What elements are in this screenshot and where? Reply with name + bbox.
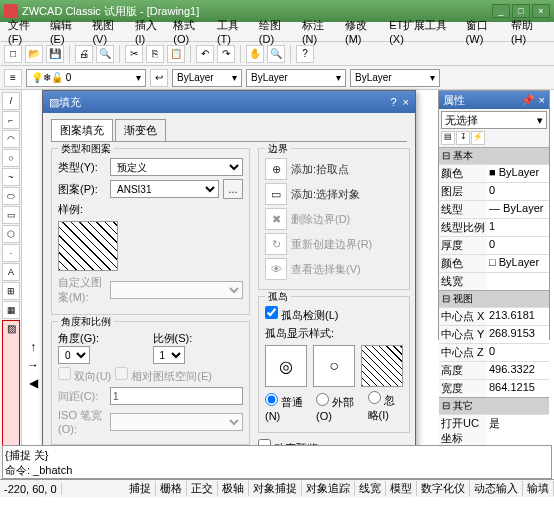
- scale-select[interactable]: 1: [153, 346, 185, 364]
- layer-combo[interactable]: 💡❄🔓 0: [26, 69, 146, 87]
- status-mode[interactable]: 正交: [187, 481, 218, 496]
- island-normal-box[interactable]: ◎: [265, 345, 307, 387]
- lineweight-combo[interactable]: ByLayer: [350, 69, 440, 87]
- layer-icon[interactable]: ≡: [4, 69, 22, 87]
- menu-E[interactable]: 编辑(E): [46, 16, 88, 47]
- pline-tool[interactable]: ⌐: [2, 111, 20, 129]
- angle-label: 角度(G):: [58, 331, 149, 346]
- add-select-label[interactable]: 添加:选择对象: [291, 187, 360, 202]
- tab-gradient[interactable]: 渐变色: [115, 119, 166, 141]
- preview-icon[interactable]: 🔍: [96, 45, 114, 63]
- dialog-help-icon[interactable]: ?: [390, 96, 396, 108]
- props-row[interactable]: 高度496.3322: [439, 361, 549, 379]
- add-select-icon[interactable]: ▭: [265, 183, 287, 205]
- island-outer-box[interactable]: ○: [313, 345, 355, 387]
- menu-F[interactable]: 文件(F): [4, 16, 46, 47]
- island-normal-radio[interactable]: [265, 393, 278, 406]
- tab-hatch[interactable]: 图案填充: [51, 119, 113, 141]
- open-icon[interactable]: 📂: [25, 45, 43, 63]
- island-detect-checkbox[interactable]: [265, 306, 278, 319]
- command-window[interactable]: {捕捉 关} 命令: _bhatch: [2, 445, 552, 479]
- dialog-close-icon[interactable]: ×: [403, 96, 409, 108]
- island-ignore-radio[interactable]: [368, 391, 381, 404]
- props-row[interactable]: 中心点 X213.6181: [439, 307, 549, 325]
- arc-tool[interactable]: ◠: [2, 130, 20, 148]
- props-row[interactable]: 中心点 Y268.9153: [439, 325, 549, 343]
- pan-icon[interactable]: ✋: [246, 45, 264, 63]
- menu-D[interactable]: 绘图(D): [255, 16, 298, 47]
- menu-T[interactable]: 工具(T): [213, 16, 255, 47]
- status-mode[interactable]: 对象捕捉: [249, 481, 302, 496]
- paste-icon[interactable]: 📋: [167, 45, 185, 63]
- status-mode[interactable]: 数字化仪: [417, 481, 470, 496]
- linetype-combo[interactable]: ByLayer: [246, 69, 346, 87]
- pattern-browse-button[interactable]: …: [223, 179, 243, 199]
- props-row[interactable]: 宽度864.1215: [439, 379, 549, 397]
- angle-select[interactable]: 0: [58, 346, 90, 364]
- undo-icon[interactable]: ↶: [196, 45, 214, 63]
- island-outer-radio[interactable]: [316, 393, 329, 406]
- point-tool[interactable]: ·: [2, 244, 20, 262]
- props-pin-icon[interactable]: 📌: [521, 94, 535, 107]
- props-tb3[interactable]: ⚡: [471, 131, 485, 145]
- props-close-icon[interactable]: ×: [539, 94, 545, 106]
- print-icon[interactable]: 🖨: [75, 45, 93, 63]
- props-selector[interactable]: 无选择▾: [441, 111, 547, 129]
- arrow-prev-icon[interactable]: ◀: [26, 376, 40, 390]
- ellipse-tool[interactable]: ⬭: [2, 187, 20, 205]
- status-mode[interactable]: 极轴: [218, 481, 249, 496]
- status-mode[interactable]: 输填: [523, 481, 554, 496]
- block-tool[interactable]: ⊞: [2, 282, 20, 300]
- pattern-select[interactable]: ANSI31: [110, 180, 219, 198]
- menu-M[interactable]: 修改(M): [341, 16, 385, 47]
- status-mode[interactable]: 捕捉: [125, 481, 156, 496]
- status-mode[interactable]: 线宽: [355, 481, 386, 496]
- menu-O[interactable]: 格式(O): [169, 16, 213, 47]
- text-tool[interactable]: A: [2, 263, 20, 281]
- props-row[interactable]: 颜色□ ByLayer: [439, 254, 549, 272]
- props-tb1[interactable]: ▤: [441, 131, 455, 145]
- menu-W[interactable]: 窗口(W): [462, 16, 507, 47]
- island-ignore-box[interactable]: [361, 345, 403, 387]
- redo-icon[interactable]: ↷: [217, 45, 235, 63]
- help-icon[interactable]: ?: [296, 45, 314, 63]
- props-row[interactable]: 中心点 Z0: [439, 343, 549, 361]
- new-icon[interactable]: □: [4, 45, 22, 63]
- pattern-swatch[interactable]: [58, 221, 118, 271]
- props-row[interactable]: 图层0: [439, 182, 549, 200]
- copy-icon[interactable]: ⎘: [146, 45, 164, 63]
- status-mode[interactable]: 栅格: [156, 481, 187, 496]
- layer-prev-icon[interactable]: ↩: [150, 69, 168, 87]
- menu-H[interactable]: 帮助(H): [507, 16, 550, 47]
- props-group[interactable]: ⊟ 其它: [439, 397, 549, 414]
- props-row[interactable]: 颜色■ ByLayer: [439, 164, 549, 182]
- polygon-tool[interactable]: ⬡: [2, 225, 20, 243]
- menu-V[interactable]: 视图(V): [88, 16, 130, 47]
- status-mode[interactable]: 对象追踪: [302, 481, 355, 496]
- props-row[interactable]: 厚度0: [439, 236, 549, 254]
- menu-N[interactable]: 标注(N): [298, 16, 341, 47]
- zoom-icon[interactable]: 🔍: [267, 45, 285, 63]
- table-tool[interactable]: ▦: [2, 301, 20, 319]
- props-group[interactable]: ⊟ 基本: [439, 147, 549, 164]
- color-combo[interactable]: ByLayer: [172, 69, 242, 87]
- save-icon[interactable]: 💾: [46, 45, 64, 63]
- props-row[interactable]: 打开UC坐标是: [439, 414, 549, 447]
- rect-tool[interactable]: ▭: [2, 206, 20, 224]
- menu-I[interactable]: 插入(I): [131, 16, 169, 47]
- props-group[interactable]: ⊟ 视图: [439, 290, 549, 307]
- add-pick-label[interactable]: 添加:拾取点: [291, 162, 349, 177]
- status-mode[interactable]: 动态输入: [470, 481, 523, 496]
- spline-tool[interactable]: ~: [2, 168, 20, 186]
- props-row[interactable]: 线型比例1: [439, 218, 549, 236]
- props-row[interactable]: 线型— ByLayer: [439, 200, 549, 218]
- type-select[interactable]: 预定义: [110, 158, 243, 176]
- props-row[interactable]: 线宽: [439, 272, 549, 290]
- menu-ETX[interactable]: ET扩展工具(X): [385, 16, 461, 47]
- props-tb2[interactable]: ↧: [456, 131, 470, 145]
- status-mode[interactable]: 模型: [386, 481, 417, 496]
- line-tool[interactable]: /: [2, 92, 20, 110]
- cut-icon[interactable]: ✂: [125, 45, 143, 63]
- circle-tool[interactable]: ○: [2, 149, 20, 167]
- add-pick-icon[interactable]: ⊕: [265, 158, 287, 180]
